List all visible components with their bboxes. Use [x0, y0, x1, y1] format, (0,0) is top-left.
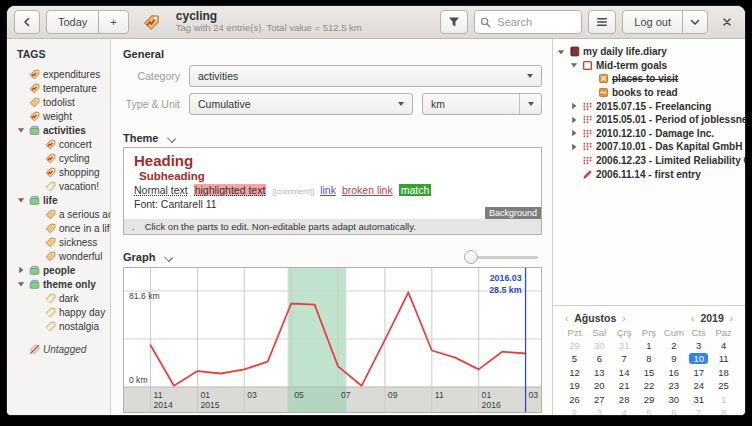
theme-highlight-sample[interactable]: highlighted text — [194, 184, 267, 196]
sidebar-item-people[interactable]: people — [17, 263, 108, 277]
logout-button[interactable]: Log out — [622, 10, 683, 34]
calendar-day[interactable]: 1 — [637, 340, 662, 352]
calendar-day[interactable]: 28 — [612, 394, 637, 406]
theme-broken-link-sample[interactable]: broken link — [342, 184, 393, 196]
expander-closed-icon[interactable] — [570, 102, 579, 110]
calendar-day[interactable]: 29 — [562, 340, 587, 352]
sidebar-item-cycling[interactable]: cycling — [17, 151, 108, 165]
expander-closed-icon[interactable] — [570, 129, 579, 137]
sidebar-item-theme-only[interactable]: theme only — [17, 277, 108, 291]
calendar-day[interactable]: 4 — [711, 340, 736, 352]
calendar-day[interactable]: 31 — [686, 394, 711, 406]
theme-subheading-sample[interactable]: Subheading — [139, 170, 531, 184]
next-year-icon[interactable]: › — [727, 313, 736, 324]
calendar-day[interactable]: 2 — [562, 407, 587, 415]
sidebar-item-vacation-[interactable]: vacation! — [17, 179, 108, 193]
expander-closed-icon[interactable] — [17, 266, 26, 274]
calendar-day[interactable]: 6 — [661, 407, 686, 415]
sidebar-item-happy-day[interactable]: happy day — [17, 305, 108, 319]
calendar-day[interactable]: 26 — [562, 394, 587, 406]
sidebar-item-dark[interactable]: dark — [17, 291, 108, 305]
calendar-day[interactable]: 3 — [587, 407, 612, 415]
expander-open-icon[interactable] — [17, 196, 26, 204]
calendar-day[interactable]: 31 — [612, 340, 637, 352]
theme-normal-text-sample[interactable]: Normal text — [134, 184, 188, 196]
sidebar-item-a-serious-acco-[interactable]: a serious acco... — [17, 207, 108, 221]
unit-dropdown-arrow[interactable] — [519, 94, 541, 114]
calendar-day[interactable]: 21 — [612, 380, 637, 392]
calendar-day[interactable]: 16 — [661, 367, 686, 379]
calendar-day[interactable]: 8 — [637, 353, 662, 365]
prev-year-icon[interactable]: ‹ — [688, 313, 697, 324]
calendar-day[interactable]: 20 — [587, 380, 612, 392]
tree-item-2015-07-15-freelancing[interactable]: 2015.07.15 -Freelancing — [557, 99, 743, 113]
theme-match-sample[interactable]: match — [399, 184, 432, 196]
sidebar-item-nostalgia[interactable]: nostalgia — [17, 319, 108, 333]
logout-menu-button[interactable] — [682, 10, 708, 34]
next-month-icon[interactable]: › — [619, 313, 628, 324]
tree-item-2015-05-01-period-of-joblessness-and-joy[interactable]: 2015.05.01 -Period of joblessness and jo… — [557, 113, 743, 127]
expander-open-icon[interactable] — [17, 126, 26, 134]
calendar-day[interactable]: 24 — [686, 380, 711, 392]
calendar-day[interactable]: 19 — [562, 380, 587, 392]
sidebar-item-temperature[interactable]: temperature — [17, 81, 108, 95]
calendar-day[interactable]: 25 — [711, 380, 736, 392]
expander-open-icon[interactable] — [17, 280, 26, 288]
tree-item-2010-12-10-damage-inc-[interactable]: 2010.12.10 -Damage Inc. — [557, 127, 743, 141]
sidebar-item-weight[interactable]: weight — [17, 109, 108, 123]
expander-open-icon[interactable] — [570, 61, 579, 69]
theme-comment-sample[interactable]: [[comment]] — [272, 187, 314, 196]
calendar-day[interactable]: 4 — [612, 407, 637, 415]
calendar-day[interactable]: 30 — [661, 394, 686, 406]
calendar-day[interactable]: 5 — [562, 353, 587, 365]
expander-closed-icon[interactable] — [570, 116, 579, 124]
cumulative-line-chart[interactable]: 1120140120150305070911012016032016.0328.… — [123, 267, 542, 413]
sidebar-item-sickness[interactable]: sickness — [17, 235, 108, 249]
tree-item-mid-term-goals[interactable]: Mid-term goals — [557, 59, 743, 73]
search-input[interactable] — [495, 15, 576, 29]
theme-heading-sample[interactable]: Heading — [134, 153, 531, 170]
sidebar-item-life[interactable]: life — [17, 193, 108, 207]
theme-font-sample[interactable]: Font: Cantarell 11 — [134, 198, 531, 210]
graph-zoom-slider[interactable] — [464, 250, 538, 264]
today-button[interactable]: Today — [46, 10, 99, 34]
tree-item-2007-10-01-das-kapital-gmbh[interactable]: 2007.10.01 -Das Kapital GmbH — [557, 140, 743, 154]
back-button[interactable] — [14, 10, 40, 34]
sidebar-item-untagged[interactable]: Untagged — [17, 342, 108, 356]
sidebar-item-todolist[interactable]: todolist — [17, 95, 108, 109]
calendar-day[interactable]: 27 — [587, 394, 612, 406]
calendar-day[interactable]: 3 — [686, 340, 711, 352]
calendar-day[interactable]: 23 — [661, 380, 686, 392]
calendar-day[interactable]: 5 — [637, 407, 662, 415]
calendar-day[interactable]: 8 — [711, 407, 736, 415]
tree-item-places-to-visit[interactable]: places to visit — [557, 72, 743, 86]
theme-link-sample[interactable]: link — [320, 184, 336, 196]
type-dropdown[interactable]: Cumulative — [189, 93, 413, 115]
calendar-day[interactable]: 22 — [637, 380, 662, 392]
calendar-day[interactable]: 2 — [661, 340, 686, 352]
calendar-day-selected[interactable]: 10 — [686, 353, 711, 365]
tree-item-2006-12-23-limited-reliability-co-[interactable]: 2006.12.23 -Limited Reliability Co. — [557, 154, 743, 168]
calendar-day[interactable]: 7 — [686, 407, 711, 415]
category-dropdown[interactable]: activities — [189, 65, 542, 87]
menu-button[interactable] — [588, 10, 616, 34]
calendar-day[interactable]: 13 — [587, 367, 612, 379]
tree-item-2006-11-14-first-entry[interactable]: 2006.11.14 -first entry — [557, 167, 743, 181]
sidebar-item-wonderful[interactable]: wonderful — [17, 249, 108, 263]
close-button[interactable] — [716, 17, 738, 27]
sidebar-item-shopping[interactable]: shopping — [17, 165, 108, 179]
prev-month-icon[interactable]: ‹ — [562, 313, 571, 324]
calendar-day[interactable]: 18 — [711, 367, 736, 379]
calendar-day[interactable]: 1 — [711, 394, 736, 406]
calendar-day[interactable]: 6 — [587, 353, 612, 365]
calendar-day[interactable]: 7 — [612, 353, 637, 365]
calendar-day[interactable]: 9 — [661, 353, 686, 365]
chart-canvas[interactable]: 1120140120150305070911012016032016.0328.… — [124, 268, 541, 412]
expander-open-icon[interactable] — [557, 48, 566, 56]
calendar-day[interactable]: 12 — [562, 367, 587, 379]
calendar-day[interactable]: 17 — [686, 367, 711, 379]
calendar-day[interactable]: 14 — [612, 367, 637, 379]
theme-background-chip[interactable]: Background — [485, 207, 541, 219]
calendar-day[interactable]: 11 — [711, 353, 736, 365]
filter-button[interactable] — [440, 10, 468, 34]
